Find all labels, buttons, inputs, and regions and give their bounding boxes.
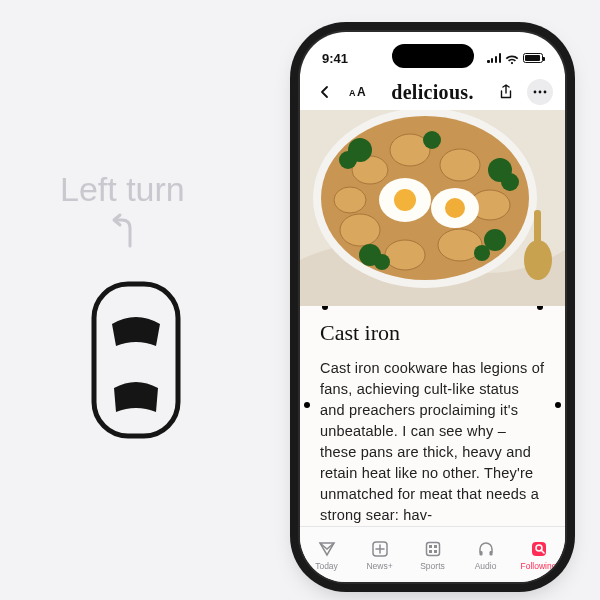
svg-rect-36 — [429, 550, 432, 553]
tab-audio[interactable]: Audio — [459, 527, 512, 582]
headphones-icon — [477, 539, 495, 559]
text-settings-button[interactable]: AA — [346, 79, 372, 105]
newsplus-icon — [371, 539, 389, 559]
battery-icon — [523, 53, 543, 63]
svg-rect-0 — [94, 284, 178, 436]
left-turn-label: Left turn — [60, 170, 185, 209]
tab-following[interactable]: Following — [512, 527, 565, 582]
svg-rect-39 — [489, 551, 492, 556]
share-button[interactable] — [493, 79, 519, 105]
svg-point-18 — [394, 189, 416, 211]
svg-rect-31 — [534, 210, 541, 256]
tab-label: Today — [315, 561, 338, 571]
svg-point-3 — [534, 91, 537, 94]
svg-point-11 — [440, 149, 480, 181]
tab-label: Audio — [475, 561, 497, 571]
svg-point-20 — [445, 198, 465, 218]
svg-point-15 — [340, 214, 380, 246]
svg-point-26 — [374, 254, 390, 270]
svg-point-22 — [339, 151, 357, 169]
svg-rect-40 — [532, 542, 546, 556]
back-button[interactable] — [312, 79, 338, 105]
article-paragraph: Cast iron cookware has legions of fans, … — [320, 358, 545, 526]
svg-text:A: A — [357, 85, 366, 99]
app-header: AA delicious. — [300, 74, 565, 110]
svg-rect-34 — [429, 545, 432, 548]
tab-label: Following — [521, 561, 557, 571]
cellular-signal-icon — [487, 53, 501, 63]
svg-point-24 — [501, 173, 519, 191]
brand-title: delicious. — [380, 81, 485, 104]
svg-rect-35 — [434, 545, 437, 548]
svg-point-29 — [423, 131, 441, 149]
svg-point-5 — [544, 91, 547, 94]
dynamic-island — [392, 44, 474, 68]
wifi-icon — [505, 53, 519, 63]
more-button[interactable] — [527, 79, 553, 105]
svg-point-28 — [474, 245, 490, 261]
news-icon — [318, 539, 336, 559]
car-icon — [90, 280, 182, 444]
svg-rect-37 — [434, 550, 437, 553]
tab-label: Sports — [420, 561, 445, 571]
tab-sports[interactable]: Sports — [406, 527, 459, 582]
svg-text:A: A — [349, 88, 356, 98]
left-turn-arrow-icon — [110, 212, 140, 252]
article-hero-image — [300, 110, 565, 306]
tab-label: News+ — [366, 561, 392, 571]
tab-today[interactable]: Today — [300, 527, 353, 582]
svg-rect-38 — [479, 551, 482, 556]
sports-icon — [424, 539, 442, 559]
article-body[interactable]: Cast iron Cast iron cookware has legions… — [300, 306, 565, 526]
following-icon — [530, 539, 548, 559]
svg-rect-33 — [426, 542, 439, 555]
tab-newsplus[interactable]: News+ — [353, 527, 406, 582]
svg-point-4 — [539, 91, 542, 94]
svg-point-14 — [385, 240, 425, 270]
article-heading: Cast iron — [320, 320, 545, 346]
tab-bar: Today News+ Sports Audio Following — [300, 526, 565, 582]
status-time: 9:41 — [322, 51, 348, 66]
svg-point-16 — [334, 187, 366, 213]
phone-frame: 9:41 AA delicious. — [300, 32, 565, 582]
